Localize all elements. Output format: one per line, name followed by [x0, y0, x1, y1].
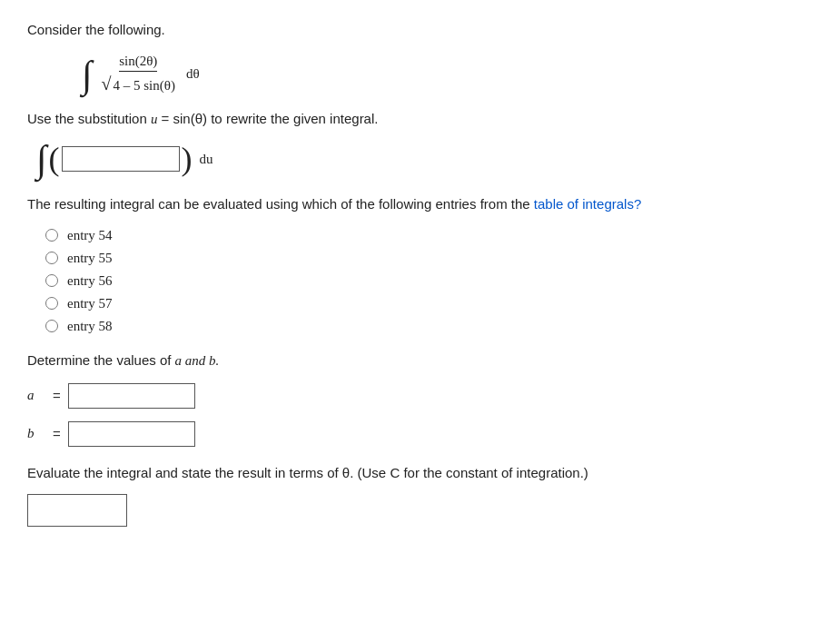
sqrt-symbol: √: [102, 74, 112, 94]
a-label: a: [27, 388, 45, 403]
radio-label-entry57: entry 57: [67, 296, 113, 311]
final-answer-input[interactable]: [27, 494, 127, 527]
radio-entry56[interactable]: [45, 274, 58, 287]
radio-entry54[interactable]: [45, 229, 58, 242]
b-label: b: [27, 426, 45, 441]
table-of-integrals-link[interactable]: table of integrals?: [534, 196, 641, 212]
sub-integral-symbol: ∫: [36, 140, 47, 178]
radio-item-entry55[interactable]: entry 55: [45, 251, 813, 266]
sub-text-prefix: Use the substitution: [27, 111, 147, 126]
b-equals: =: [53, 426, 61, 441]
radio-label-entry58: entry 58: [67, 319, 113, 334]
evaluate-instruction: Evaluate the integral and state the resu…: [27, 463, 813, 484]
radio-item-entry58[interactable]: entry 58: [45, 319, 813, 334]
radio-label-entry54: entry 54: [67, 228, 113, 243]
radio-item-entry57[interactable]: entry 57: [45, 296, 813, 311]
paren-open: (: [49, 140, 60, 178]
radio-item-entry54[interactable]: entry 54: [45, 228, 813, 243]
main-integral: ∫ sin(2θ) √4 – 5 sin(θ) dθ: [82, 54, 813, 94]
substitution-instruction: Use the substitution u = sin(θ) to rewri…: [27, 111, 813, 127]
determine-vars: a and b.: [175, 353, 220, 368]
consider-label: Consider the following.: [27, 22, 813, 37]
paren-close: ): [182, 140, 193, 178]
radio-label-entry55: entry 55: [67, 251, 113, 266]
sqrt-content: 4 – 5 sin(θ): [114, 78, 175, 93]
denominator: √4 – 5 sin(θ): [102, 72, 175, 94]
integrand-input[interactable]: [62, 146, 180, 172]
which-entry-prefix: The resulting integral can be evaluated …: [27, 196, 530, 212]
radio-group-entries: entry 54 entry 55 entry 56 entry 57 entr…: [27, 228, 813, 334]
substitution-integral-display: ∫ ( ) du: [36, 140, 813, 178]
radio-entry57[interactable]: [45, 297, 58, 310]
b-value-input[interactable]: [68, 421, 195, 447]
sub-var: u: [151, 112, 158, 126]
integrand-fraction: sin(2θ) √4 – 5 sin(θ): [102, 54, 175, 94]
a-equals: =: [53, 388, 61, 403]
sub-eq: = sin(θ): [162, 111, 207, 126]
numerator: sin(2θ): [119, 54, 157, 72]
a-input-row: a =: [27, 383, 813, 409]
radio-label-entry56: entry 56: [67, 273, 113, 289]
sub-rest: to rewrite the given integral.: [211, 111, 378, 126]
a-value-input[interactable]: [68, 383, 195, 409]
radio-entry55[interactable]: [45, 252, 58, 264]
integral-symbol: ∫: [82, 55, 93, 94]
radio-entry58[interactable]: [45, 320, 58, 332]
determine-instruction: Determine the values of a and b.: [27, 352, 813, 369]
du-label: du: [200, 152, 213, 167]
which-entry-instruction: The resulting integral can be evaluated …: [27, 194, 813, 215]
differential: dθ: [186, 66, 200, 82]
radio-item-entry56[interactable]: entry 56: [45, 273, 813, 289]
determine-prefix: Determine the values of: [27, 352, 171, 368]
b-input-row: b =: [27, 421, 813, 447]
